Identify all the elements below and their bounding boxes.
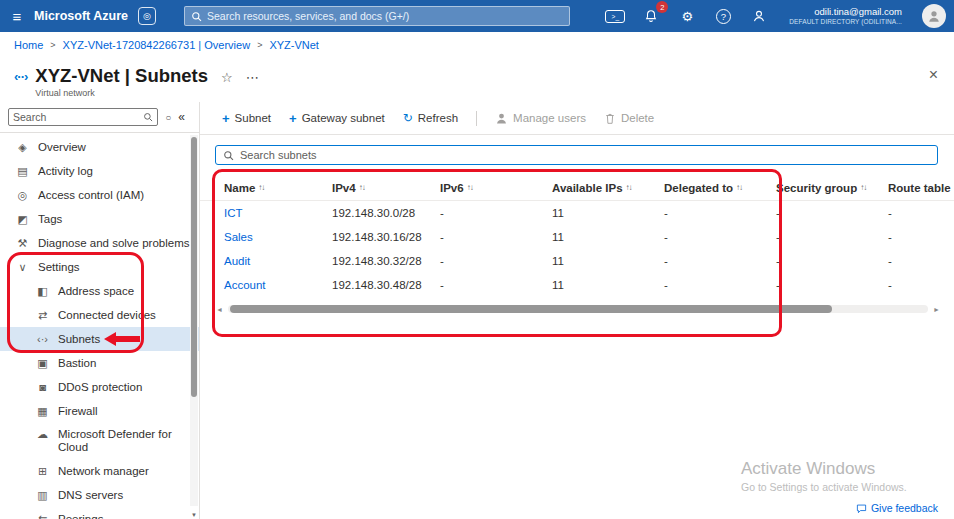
more-options-icon[interactable]: ⋯ — [246, 70, 259, 85]
column-header-security-group[interactable]: Security group↑↓ — [776, 182, 888, 194]
connected-devices-icon: ⇄ — [36, 309, 49, 322]
feedback-bubble-icon — [856, 503, 867, 514]
sidebar-item-label: Overview — [38, 141, 86, 153]
sort-icon: ↑↓ — [626, 183, 632, 192]
scrollbar-thumb[interactable] — [230, 305, 832, 313]
cloud-shell-glyph: >_ — [605, 10, 625, 23]
help-icon[interactable]: ? — [713, 6, 733, 26]
top-bar: ≡ Microsoft Azure ◎ >_ 2 ⚙ ? — [0, 0, 954, 32]
cloud-shell-icon[interactable]: >_ — [605, 6, 625, 26]
settings-gear-icon[interactable]: ⚙ — [677, 6, 697, 26]
sidebar-item-tags[interactable]: ◩ Tags — [0, 207, 199, 231]
activate-windows-subtext: Go to Settings to activate Windows. — [741, 481, 907, 493]
sidebar-item-connected-devices[interactable]: ⇄ Connected devices — [0, 303, 199, 327]
global-search-input[interactable] — [207, 10, 563, 22]
sidebar-item-dns-servers[interactable]: ▥ DNS servers — [0, 483, 199, 507]
subnet-search-input[interactable] — [240, 149, 930, 161]
horizontal-scrollbar[interactable]: ◄ ► — [216, 305, 940, 313]
subnet-name-link[interactable]: ICT — [224, 207, 332, 219]
cell-security-group: - — [776, 231, 888, 243]
column-header-name[interactable]: Name↑↓ — [224, 182, 332, 194]
breadcrumb-vnet-overview[interactable]: XYZ-VNet-1720842266731 | Overview — [63, 39, 251, 51]
sidebar-item-peerings[interactable]: ⇆ Peerings — [0, 507, 199, 519]
sidebar-item-label: Microsoft Defender for Cloud — [58, 428, 174, 454]
scroll-down-icon[interactable]: ▼ — [190, 512, 198, 518]
column-header-ipv4[interactable]: IPv4↑↓ — [332, 182, 440, 194]
account-directory: DEFAULT DIRECTORY (ODILITINA... — [789, 18, 902, 26]
menu-toggle-icon[interactable]: ○ — [165, 112, 171, 123]
breadcrumb-vnet[interactable]: XYZ-VNet — [269, 39, 319, 51]
table-row[interactable]: ICT 192.148.30.0/28 - 11 - - - — [200, 201, 954, 225]
collapse-sidebar-icon[interactable]: « — [178, 110, 185, 124]
sidebar-item-label: DDoS protection — [58, 381, 142, 393]
sidebar-item-access-control[interactable]: ◎ Access control (IAM) — [0, 183, 199, 207]
sidebar-item-firewall[interactable]: ▦ Firewall — [0, 399, 199, 423]
sidebar-item-subnets[interactable]: ‹·› Subnets — [0, 327, 199, 351]
add-gateway-subnet-button[interactable]: + Gateway subnet — [289, 111, 385, 126]
sidebar-search-row: ○ « — [0, 102, 199, 133]
scrollbar-track[interactable] — [228, 305, 928, 313]
sidebar-item-diagnose[interactable]: ⚒ Diagnose and solve problems — [0, 231, 199, 255]
sidebar-item-network-manager[interactable]: ⊞ Network manager — [0, 459, 199, 483]
sidebar-nav: ◈ Overview ▤ Activity log ◎ Access contr… — [0, 133, 199, 519]
breadcrumb-home[interactable]: Home — [14, 39, 43, 51]
add-subnet-button[interactable]: + Subnet — [222, 111, 271, 126]
column-header-route-table[interactable]: Route table — [888, 182, 954, 194]
title-block: XYZ-VNet | Subnets ☆ ⋯ Virtual network — [35, 65, 258, 98]
manage-users-button: Manage users — [495, 112, 586, 125]
sidebar-item-bastion[interactable]: ▣ Bastion — [0, 351, 199, 375]
hamburger-menu-icon[interactable]: ≡ — [0, 8, 34, 25]
ddos-protection-icon: ◙ — [36, 381, 49, 393]
help-glyph: ? — [716, 9, 731, 24]
sidebar-item-address-space[interactable]: ◧ Address space — [0, 279, 199, 303]
address-space-icon: ◧ — [36, 285, 49, 298]
column-header-delegated-to[interactable]: Delegated to↑↓ — [664, 182, 776, 194]
avatar[interactable] — [922, 4, 946, 28]
sidebar-item-defender[interactable]: ☁ Microsoft Defender for Cloud — [0, 423, 199, 459]
breadcrumb: Home > XYZ-VNet-1720842266731 | Overview… — [0, 32, 954, 58]
global-search[interactable] — [184, 6, 570, 26]
sort-icon: ↑↓ — [860, 183, 866, 192]
chevron-down-icon: ∨ — [16, 261, 29, 274]
subnet-name-link[interactable]: Sales — [224, 231, 332, 243]
table-row[interactable]: Sales 192.148.30.16/28 - 11 - - - — [200, 225, 954, 249]
column-header-available-ips[interactable]: Available IPs↑↓ — [552, 182, 664, 194]
access-control-icon: ◎ — [16, 189, 29, 202]
sidebar-scrollbar-thumb[interactable] — [191, 137, 197, 397]
azure-brand[interactable]: Microsoft Azure — [34, 9, 128, 23]
sidebar-item-overview[interactable]: ◈ Overview — [0, 135, 199, 159]
subnet-name-link[interactable]: Account — [224, 279, 332, 291]
give-feedback-link[interactable]: Give feedback — [856, 502, 938, 514]
sidebar-group-settings[interactable]: ∨ Settings — [0, 255, 199, 279]
refresh-button[interactable]: ↻ Refresh — [403, 111, 458, 125]
favorite-star-icon[interactable]: ☆ — [221, 70, 233, 85]
account-info[interactable]: odili.tina@gmail.com DEFAULT DIRECTORY (… — [789, 6, 902, 25]
table-row[interactable]: Account 192.148.30.48/28 - 11 - - - — [200, 273, 954, 297]
sidebar-search-input[interactable] — [13, 111, 139, 123]
sidebar-search[interactable] — [8, 108, 158, 126]
button-label: Refresh — [418, 112, 458, 124]
sort-icon: ↑↓ — [359, 183, 365, 192]
subnet-search[interactable] — [215, 145, 938, 165]
sidebar-item-activity-log[interactable]: ▤ Activity log — [0, 159, 199, 183]
cell-available-ips: 11 — [552, 279, 664, 291]
table-row[interactable]: Audit 192.148.30.32/28 - 11 - - - — [200, 249, 954, 273]
sidebar-item-label: Address space — [58, 285, 134, 297]
diagnose-icon: ⚒ — [16, 237, 29, 250]
sidebar-item-label: Activity log — [38, 165, 93, 177]
subnet-name-link[interactable]: Audit — [224, 255, 332, 267]
scroll-left-icon[interactable]: ◄ — [216, 306, 223, 313]
delete-button: Delete — [604, 112, 654, 125]
sidebar-item-ddos-protection[interactable]: ◙ DDoS protection — [0, 375, 199, 399]
feedback-person-icon[interactable] — [749, 6, 769, 26]
sort-icon: ↑↓ — [467, 183, 473, 192]
sidebar-scrollbar[interactable] — [190, 135, 198, 506]
column-header-ipv6[interactable]: IPv6↑↓ — [440, 182, 552, 194]
close-icon[interactable]: × — [929, 66, 938, 84]
trash-icon — [604, 112, 616, 125]
scroll-right-icon[interactable]: ► — [933, 306, 940, 313]
chevron-right-icon: > — [257, 40, 262, 50]
sidebar-item-label: Bastion — [58, 357, 96, 369]
copilot-icon[interactable]: ◎ — [138, 7, 156, 25]
notifications-bell-icon[interactable]: 2 — [641, 6, 661, 26]
